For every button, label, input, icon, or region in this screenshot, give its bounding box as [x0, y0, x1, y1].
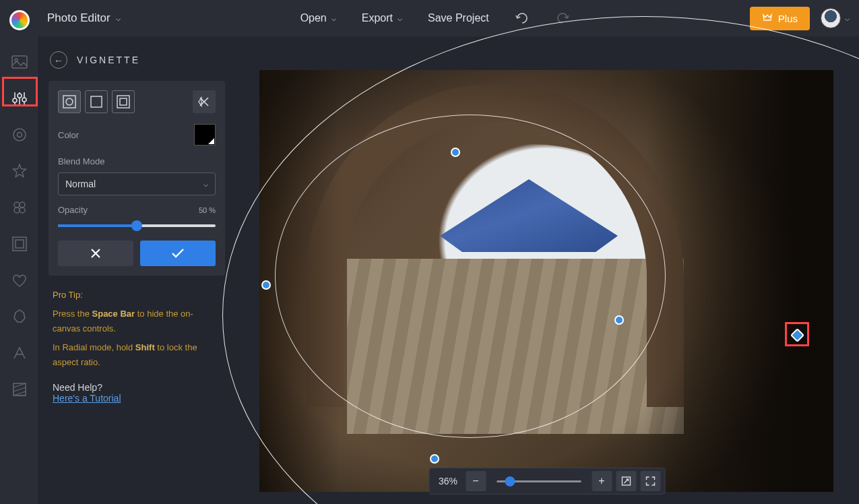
zoom-in-button[interactable]: + [592, 471, 612, 491]
apply-button[interactable] [140, 241, 216, 266]
tutorial-link[interactable]: Here's a Tutorial [53, 393, 121, 404]
help-label: Need Help? [53, 382, 221, 393]
inner-handle-left[interactable] [261, 280, 271, 290]
svg-rect-18 [120, 98, 127, 105]
app-title-menu[interactable]: Photo Editor⌵ [47, 11, 121, 25]
blend-mode-select[interactable]: Normal ⌵ [58, 172, 216, 195]
opacity-slider[interactable] [58, 224, 216, 227]
tip-line-1: Press the Space Bar to hide the on-canva… [53, 307, 221, 336]
shape-square-button[interactable] [85, 90, 108, 113]
color-swatch[interactable] [194, 124, 216, 146]
svg-point-15 [66, 98, 73, 105]
zoom-slider[interactable] [497, 480, 581, 482]
tip-title: Pro Tip: [53, 288, 221, 303]
tool-artsy[interactable] [10, 198, 29, 217]
active-tool-highlight [2, 77, 38, 106]
crown-icon [762, 13, 773, 24]
open-menu[interactable]: Open⌵ [300, 12, 336, 24]
svg-point-7 [14, 202, 20, 208]
opacity-label: Opacity [58, 205, 88, 215]
chevron-down-icon: ⌵ [845, 13, 850, 23]
opacity-value: 50 % [199, 206, 216, 214]
avatar [821, 8, 841, 28]
export-menu[interactable]: Export⌵ [362, 12, 402, 24]
tool-graphics[interactable] [10, 271, 29, 290]
zoom-toolbar: 36% − + [428, 468, 665, 495]
shape-radial-button[interactable] [58, 90, 81, 113]
outer-handle-highlight [785, 322, 809, 346]
plus-upgrade-button[interactable]: Plus [750, 7, 810, 30]
inner-handle-bottom[interactable] [430, 454, 439, 464]
tool-textures[interactable] [10, 380, 29, 399]
chevron-down-icon: ⌵ [116, 13, 121, 23]
svg-rect-11 [13, 237, 26, 251]
svg-rect-14 [63, 96, 75, 108]
back-button[interactable]: ← [50, 51, 67, 69]
save-project-button[interactable]: Save Project [428, 12, 489, 24]
panel-title: VIGNETTE [77, 55, 140, 65]
tool-effects[interactable] [10, 162, 29, 181]
fullscreen-button[interactable] [640, 471, 660, 491]
account-menu[interactable]: ⌵ [821, 8, 850, 28]
svg-point-8 [20, 202, 25, 208]
svg-rect-16 [91, 96, 102, 107]
tool-image-manager[interactable] [10, 53, 29, 71]
chevron-down-icon: ⌵ [203, 179, 208, 189]
tool-frames[interactable] [10, 234, 29, 253]
vignette-inner-ellipse[interactable] [275, 115, 666, 438]
shape-inset-button[interactable] [112, 90, 135, 113]
undo-button[interactable] [515, 11, 530, 26]
blend-label: Blend Mode [58, 156, 104, 166]
zoom-out-button[interactable]: − [466, 471, 486, 491]
inner-handle-top[interactable] [451, 148, 460, 157]
tool-overlays[interactable] [10, 307, 29, 326]
tool-touchup[interactable] [10, 125, 29, 144]
svg-point-9 [14, 208, 20, 213]
svg-rect-0 [12, 56, 27, 68]
fit-screen-button[interactable] [616, 471, 636, 491]
svg-point-10 [20, 208, 25, 213]
cancel-button[interactable] [58, 241, 133, 266]
tool-text[interactable] [10, 344, 29, 363]
inner-handle-right[interactable] [614, 315, 624, 325]
color-label: Color [58, 130, 79, 140]
chevron-down-icon: ⌵ [331, 13, 336, 23]
chevron-down-icon: ⌵ [397, 13, 402, 23]
tip-line-2: In Radial mode, hold Shift to lock the a… [53, 340, 221, 370]
svg-point-6 [17, 133, 22, 137]
zoom-value: 36% [439, 476, 457, 486]
clear-button[interactable] [193, 90, 216, 113]
app-logo[interactable] [9, 10, 30, 30]
svg-point-5 [13, 129, 26, 141]
svg-rect-17 [117, 96, 129, 108]
svg-rect-12 [15, 240, 24, 248]
